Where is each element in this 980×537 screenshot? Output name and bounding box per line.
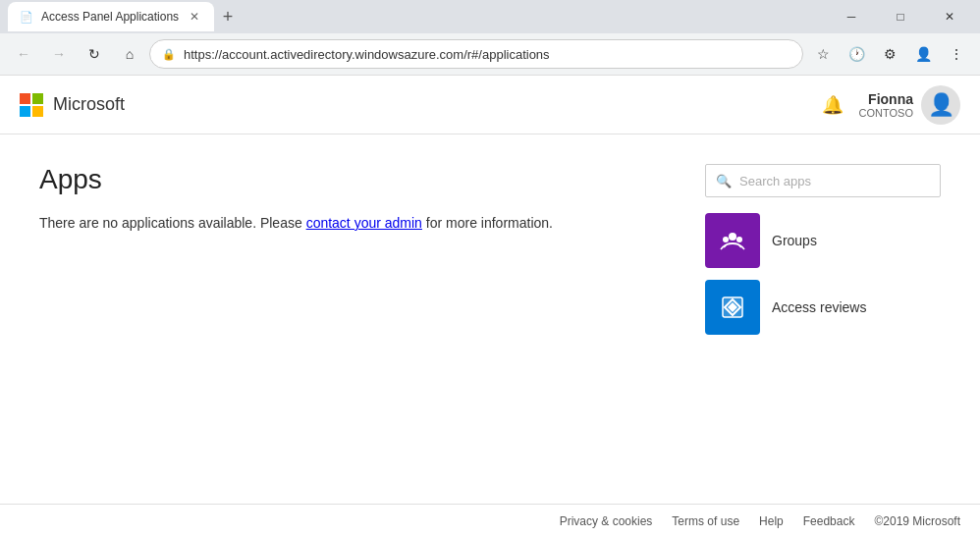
nav-bar: ← → ↻ ⌂ 🔒 https://account.activedirector… — [0, 33, 980, 75]
svg-point-1 — [723, 237, 729, 242]
right-panel: 🔍 Search apps Groups — [705, 164, 941, 474]
menu-button[interactable]: ⋮ — [941, 38, 972, 70]
new-tab-button[interactable]: + — [214, 3, 242, 30]
footer-copyright: ©2019 Microsoft — [874, 514, 960, 528]
no-apps-message: There are no applications available. Ple… — [39, 215, 685, 231]
extension-button[interactable]: ⚙ — [874, 38, 905, 70]
search-placeholder: Search apps — [739, 174, 930, 188]
groups-tile-icon — [705, 213, 760, 268]
svg-point-0 — [729, 233, 736, 241]
history-button[interactable]: 🕐 — [841, 38, 872, 70]
no-apps-text-after: for more information. — [422, 215, 553, 231]
search-icon: 🔍 — [716, 174, 732, 188]
feedback-link[interactable]: Feedback — [803, 514, 855, 528]
close-button[interactable]: ✕ — [927, 0, 972, 33]
browser-tab[interactable]: 📄 Access Panel Applications ✕ — [8, 2, 214, 31]
no-apps-text-before: There are no applications available. Ple… — [39, 215, 306, 231]
title-bar: 📄 Access Panel Applications ✕ + ─ □ ✕ — [0, 0, 980, 33]
logo-blue — [20, 106, 30, 117]
minimize-button[interactable]: ─ — [829, 0, 874, 33]
privacy-cookies-link[interactable]: Privacy & cookies — [560, 514, 653, 528]
search-box[interactable]: 🔍 Search apps — [705, 164, 941, 197]
maximize-button[interactable]: □ — [878, 0, 923, 33]
user-org: CONTOSO — [859, 107, 913, 119]
user-details: Fionna CONTOSO — [859, 91, 913, 119]
lock-icon: 🔒 — [162, 48, 176, 61]
notification-bell-icon[interactable]: 🔔 — [822, 94, 844, 116]
apps-title: Apps — [39, 164, 685, 195]
back-button[interactable]: ← — [8, 38, 39, 70]
address-text: https://account.activedirectory.windowsa… — [184, 47, 790, 62]
svg-point-2 — [736, 237, 742, 242]
groups-svg-icon — [718, 226, 747, 255]
tab-title: Access Panel Applications — [41, 10, 179, 24]
access-reviews-svg-icon — [718, 293, 747, 322]
terms-of-use-link[interactable]: Terms of use — [672, 514, 739, 528]
tab-close-button[interactable]: ✕ — [187, 9, 202, 25]
left-panel: Apps There are no applications available… — [39, 164, 685, 474]
forward-button[interactable]: → — [43, 38, 75, 70]
access-reviews-tile[interactable]: Access reviews — [705, 280, 941, 335]
user-name: Fionna — [859, 91, 913, 107]
user-info[interactable]: Fionna CONTOSO 👤 — [859, 85, 960, 125]
tab-icon: 📄 — [20, 11, 33, 24]
groups-tile-name: Groups — [772, 233, 817, 248]
logo-red — [20, 93, 30, 104]
user-avatar[interactable]: 👤 — [921, 85, 960, 125]
address-bar[interactable]: 🔒 https://account.activedirectory.window… — [149, 39, 803, 69]
main-content: Apps There are no applications available… — [0, 134, 980, 504]
bookmark-button[interactable]: ☆ — [807, 38, 839, 70]
header-right: 🔔 Fionna CONTOSO 👤 — [822, 85, 960, 125]
window-controls: ─ □ ✕ — [829, 0, 972, 33]
footer: Privacy & cookies Terms of use Help Feed… — [0, 504, 980, 537]
home-button[interactable]: ⌂ — [114, 38, 145, 70]
logo-yellow — [32, 106, 43, 117]
contact-admin-link[interactable]: contact your admin — [306, 215, 422, 231]
account-button[interactable]: 👤 — [907, 38, 939, 70]
access-reviews-tile-icon — [705, 280, 760, 335]
refresh-button[interactable]: ↻ — [79, 38, 110, 70]
access-reviews-tile-name: Access reviews — [772, 299, 866, 315]
help-link[interactable]: Help — [759, 514, 784, 528]
ms-logo: Microsoft — [20, 93, 125, 117]
groups-tile[interactable]: Groups — [705, 213, 941, 268]
ms-header: Microsoft 🔔 Fionna CONTOSO 👤 — [0, 76, 980, 134]
browser-chrome: 📄 Access Panel Applications ✕ + ─ □ ✕ ← … — [0, 0, 980, 76]
avatar-icon: 👤 — [928, 92, 954, 118]
ms-logo-text: Microsoft — [53, 94, 125, 115]
nav-actions: ☆ 🕐 ⚙ 👤 ⋮ — [807, 38, 972, 70]
ms-logo-grid — [20, 93, 43, 117]
logo-green — [32, 93, 43, 104]
